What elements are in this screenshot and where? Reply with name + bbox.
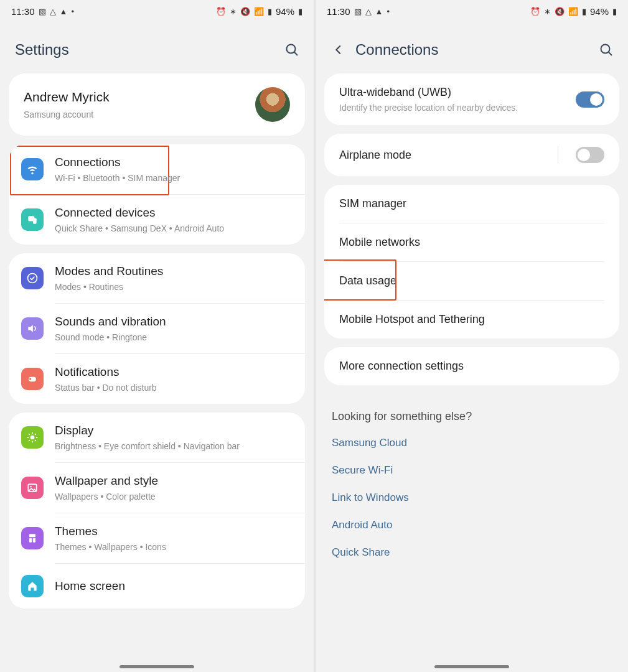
link-android-auto[interactable]: Android Auto xyxy=(316,511,628,539)
link-quick-share[interactable]: Quick Share xyxy=(316,539,628,566)
svg-point-7 xyxy=(30,436,35,440)
back-button[interactable] xyxy=(330,42,347,58)
card-more: More connection settings xyxy=(324,347,619,385)
signal-icon: ▮ xyxy=(582,7,586,16)
link-secure-wifi[interactable]: Secure Wi-Fi xyxy=(316,457,628,484)
settings-item-homescreen[interactable]: Home screen xyxy=(9,564,305,609)
row-sub: Identify the precise location of nearby … xyxy=(339,103,567,113)
gallery-icon: ▧ xyxy=(354,7,362,16)
svg-point-0 xyxy=(287,45,296,54)
settings-item-connected-devices[interactable]: Connected devices Quick Share • Samsung … xyxy=(9,195,305,245)
row-title: More connection settings xyxy=(339,360,464,373)
toggle-airplane[interactable] xyxy=(576,147,604,163)
bluetooth-icon: ∗ xyxy=(230,7,237,16)
nav-handle[interactable] xyxy=(434,665,509,668)
settings-group: Connections Wi-Fi • Bluetooth • SIM mana… xyxy=(9,144,305,245)
svg-rect-3 xyxy=(33,218,37,224)
drive-icon: △ xyxy=(365,7,372,16)
settings-item-wallpaper[interactable]: Wallpaper and style Wallpapers • Color p… xyxy=(9,463,305,513)
svg-line-12 xyxy=(29,434,30,435)
item-sub: Themes • Wallpapers • Icons xyxy=(55,542,293,552)
bell-icon xyxy=(21,368,44,390)
settings-item-modes[interactable]: Modes and Routines Modes • Routines xyxy=(9,253,305,303)
row-sim-manager[interactable]: SIM manager xyxy=(324,185,619,223)
home-icon xyxy=(21,575,44,597)
battery-icon: ▮ xyxy=(612,7,617,16)
settings-pane: 11:30 ▧ △ ▲ • ⏰ ∗ 🔇 📶 ▮ 94% ▮ Settings A… xyxy=(0,0,314,672)
search-button[interactable] xyxy=(598,42,614,58)
page-title: Settings xyxy=(15,41,275,58)
svg-point-4 xyxy=(28,274,37,283)
card-airplane: Airplane mode xyxy=(324,134,619,176)
account-name: Andrew Myrick xyxy=(24,90,255,105)
svg-rect-18 xyxy=(29,534,35,537)
svg-line-15 xyxy=(35,434,36,435)
devices-icon xyxy=(21,208,44,231)
svg-point-21 xyxy=(601,45,610,54)
row-uwb[interactable]: Ultra-wideband (UWB) Identify the precis… xyxy=(324,73,619,125)
item-label: Display xyxy=(55,424,293,437)
status-bar: 11:30 ▧ △ ▲ • ⏰ ∗ 🔇 📶 ▮ 94% ▮ xyxy=(0,0,314,22)
card-uwb: Ultra-wideband (UWB) Identify the precis… xyxy=(324,73,619,125)
svg-line-13 xyxy=(35,440,36,441)
status-bar: 11:30 ▧ △ ▲ • ⏰ ∗ 🔇 📶 ▮ 94% ▮ xyxy=(316,0,628,22)
wifi-icon: 📶 xyxy=(254,7,264,16)
avatar[interactable] xyxy=(255,87,290,122)
row-more-settings[interactable]: More connection settings xyxy=(324,347,619,385)
mute-icon: 🔇 xyxy=(555,7,565,16)
status-time: 11:30 xyxy=(11,6,35,17)
nav-handle[interactable] xyxy=(120,665,194,668)
row-title: Mobile networks xyxy=(339,236,420,249)
connections-header: Connections xyxy=(316,22,628,73)
app-icon: ▲ xyxy=(60,7,68,16)
svg-rect-20 xyxy=(33,538,35,543)
row-title: SIM manager xyxy=(339,197,406,210)
settings-item-themes[interactable]: Themes Themes • Wallpapers • Icons xyxy=(9,513,305,563)
theme-icon xyxy=(21,527,44,549)
row-title: Data usage xyxy=(339,274,396,287)
settings-item-notifications[interactable]: Notifications Status bar • Do not distur… xyxy=(9,354,305,404)
item-sub: Wallpapers • Color palette xyxy=(55,492,293,502)
item-label: Sounds and vibration xyxy=(55,315,293,329)
settings-item-display[interactable]: Display Brightness • Eye comfort shield … xyxy=(9,413,305,462)
row-title: Ultra-wideband (UWB) xyxy=(339,86,567,99)
app-icon: ▲ xyxy=(375,7,383,16)
item-sub: Quick Share • Samsung DeX • Android Auto xyxy=(55,223,293,233)
item-sub: Wi-Fi • Bluetooth • SIM manager xyxy=(55,173,293,183)
account-sub: Samsung account xyxy=(24,110,255,119)
dot-icon: • xyxy=(71,7,74,16)
row-hotspot[interactable]: Mobile Hotspot and Tethering xyxy=(324,301,619,338)
svg-line-22 xyxy=(609,52,612,55)
image-icon xyxy=(21,477,44,499)
svg-line-14 xyxy=(29,440,30,441)
settings-item-sounds[interactable]: Sounds and vibration Sound mode • Ringto… xyxy=(9,304,305,353)
row-airplane[interactable]: Airplane mode xyxy=(324,134,619,176)
gallery-icon: ▧ xyxy=(39,7,46,16)
toggle-uwb[interactable] xyxy=(576,91,604,108)
card-connections-list: SIM manager Mobile networks Data usage M… xyxy=(324,185,619,338)
status-battery: 94% xyxy=(590,6,609,17)
signal-icon: ▮ xyxy=(268,7,272,16)
item-sub: Sound mode • Ringtone xyxy=(55,332,293,342)
wifi-icon: 📶 xyxy=(568,7,578,16)
separator xyxy=(558,146,558,164)
item-label: Home screen xyxy=(55,579,293,593)
link-link-to-windows[interactable]: Link to Windows xyxy=(316,484,628,511)
item-label: Themes xyxy=(55,525,293,538)
item-label: Notifications xyxy=(55,365,293,379)
item-sub: Modes • Routines xyxy=(55,282,293,292)
page-title: Connections xyxy=(355,41,589,58)
row-data-usage[interactable]: Data usage xyxy=(324,262,619,300)
search-button[interactable] xyxy=(284,42,300,58)
battery-icon: ▮ xyxy=(298,7,302,16)
status-time: 11:30 xyxy=(327,6,350,17)
row-mobile-networks[interactable]: Mobile networks xyxy=(324,223,619,261)
mute-icon: 🔇 xyxy=(240,7,250,16)
settings-group: Modes and Routines Modes • Routines Soun… xyxy=(9,253,305,404)
link-samsung-cloud[interactable]: Samsung Cloud xyxy=(316,429,628,457)
item-label: Wallpaper and style xyxy=(55,474,293,488)
account-card[interactable]: Andrew Myrick Samsung account xyxy=(9,73,305,136)
row-title: Mobile Hotspot and Tethering xyxy=(339,313,485,326)
settings-item-connections[interactable]: Connections Wi-Fi • Bluetooth • SIM mana… xyxy=(9,144,305,194)
settings-group: Display Brightness • Eye comfort shield … xyxy=(9,413,305,609)
